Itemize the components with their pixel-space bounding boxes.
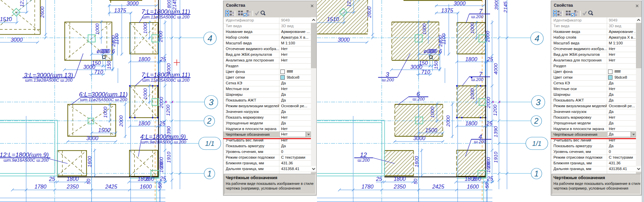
svg-text:3: 3: [386, 71, 389, 78]
svg-text:710: 710: [421, 69, 430, 75]
svg-text:1500: 1500: [425, 127, 437, 133]
svg-text:2000: 2000: [485, 97, 491, 109]
svg-text:1500: 1500: [98, 127, 110, 133]
svg-text:25: 25: [487, 56, 493, 62]
svg-text:200: 200: [145, 176, 154, 182]
svg-text:1: 1: [207, 169, 212, 178]
svg-text:2000: 2000: [445, 115, 451, 127]
svg-text:шт.9ø16А500С ш.200: шт.9ø16А500С ш.200: [3, 158, 49, 163]
svg-text:1000: 1000: [429, 107, 435, 118]
svg-text:ш.200: ш.200: [471, 14, 484, 19]
svg-text:300: 300: [428, 48, 437, 54]
svg-text:200: 200: [472, 176, 481, 182]
svg-text:1000: 1000: [469, 22, 475, 34]
svg-text:ш.200: ш.200: [413, 96, 425, 102]
svg-text:1390: 1390: [493, 126, 498, 137]
svg-text:150: 150: [433, 60, 439, 69]
svg-text:1000: 1000: [102, 107, 108, 118]
svg-text:1375: 1375: [441, 8, 453, 13]
svg-text:50: 50: [484, 183, 490, 188]
svg-text:1000: 1000: [142, 88, 148, 99]
svg-text:ш.200: ш.200: [474, 139, 486, 144]
svg-text:3000: 3000: [453, 1, 466, 6]
svg-text:1: 1: [534, 169, 539, 178]
svg-text:3000: 3000: [413, 135, 425, 141]
svg-text:25: 25: [49, 176, 55, 182]
svg-text:25: 25: [487, 176, 493, 181]
svg-text:шт.9ø28А500С ш.200: шт.9ø28А500С ш.200: [141, 139, 186, 145]
svg-text:1000: 1000: [469, 88, 475, 99]
svg-text:ш.200: ш.200: [382, 77, 394, 82]
svg-text:шт.13ø28А500С ш.200: шт.13ø28А500С ш.200: [25, 78, 73, 83]
svg-text:1510: 1510: [0, 16, 12, 22]
svg-text:4: 4: [208, 33, 212, 43]
svg-text:1600: 1600: [485, 161, 491, 173]
svg-text:2000: 2000: [485, 31, 490, 42]
svg-text:2600: 2600: [39, 6, 45, 18]
svg-text:25: 25: [160, 176, 166, 181]
svg-text:3000: 3000: [83, 64, 95, 70]
svg-text:2145: 2145: [502, 1, 508, 13]
svg-text:25: 25: [486, 121, 492, 126]
svg-text:2600: 2600: [366, 6, 372, 18]
svg-text:1200: 1200: [165, 105, 171, 116]
svg-text:2350: 2350: [393, 184, 406, 190]
svg-text:1000: 1000: [421, 23, 427, 35]
svg-text:1800: 1800: [138, 56, 150, 62]
svg-text:1780: 1780: [362, 184, 374, 190]
svg-text:1600: 1600: [140, 184, 152, 190]
svg-text:2000: 2000: [158, 31, 163, 42]
svg-text:3000: 3000: [11, 37, 23, 43]
svg-text:шт.11ø25А500С ш.200: шт.11ø25А500С ш.200: [80, 97, 127, 102]
svg-text:шт.11ø25А500С ш.200: шт.11ø25А500С ш.200: [142, 78, 190, 83]
svg-text:3000: 3000: [410, 64, 422, 70]
svg-text:1910: 1910: [493, 152, 498, 163]
svg-text:1375: 1375: [114, 8, 126, 13]
svg-text:1600: 1600: [87, 156, 92, 167]
svg-text:6:L=3000(шт.11): 6:L=3000(шт.11): [79, 91, 128, 98]
svg-text:1510: 1510: [327, 16, 339, 22]
svg-text:7:L=1800(шт.11): 7:L=1800(шт.11): [142, 8, 190, 15]
svg-text:50: 50: [157, 183, 163, 188]
svg-text:ш.200: ш.200: [471, 77, 484, 82]
svg-text:2425: 2425: [432, 184, 444, 190]
svg-text:7: 7: [479, 8, 483, 15]
svg-text:710: 710: [94, 69, 103, 75]
svg-text:2000: 2000: [158, 97, 164, 109]
svg-text:1/1: 1/1: [205, 140, 215, 147]
svg-text:50: 50: [413, 178, 418, 184]
svg-text:800: 800: [166, 0, 172, 8]
svg-text:3000: 3000: [338, 37, 350, 43]
svg-text:шт.11ø25А500С ш.200: шт.11ø25А500С ш.200: [142, 14, 190, 19]
svg-text:2000: 2000: [118, 115, 124, 127]
svg-text:3000: 3000: [86, 135, 98, 141]
svg-text:3900: 3900: [493, 0, 499, 10]
svg-text:300: 300: [101, 48, 110, 54]
svg-text:2425: 2425: [105, 184, 117, 190]
svg-text:3: 3: [209, 97, 214, 107]
svg-text:1/1: 1/1: [532, 140, 542, 147]
svg-text:121: 121: [19, 0, 24, 7]
svg-text:1800: 1800: [67, 176, 79, 182]
svg-text:2350: 2350: [66, 184, 79, 190]
svg-text:3000: 3000: [126, 1, 139, 6]
svg-text:4000: 4000: [493, 63, 498, 75]
svg-text:25: 25: [159, 121, 165, 126]
svg-text:1780: 1780: [35, 184, 47, 190]
svg-text:25: 25: [160, 56, 166, 62]
svg-text:1910: 1910: [166, 152, 171, 163]
svg-text:121: 121: [346, 0, 352, 7]
svg-text:1000: 1000: [142, 22, 148, 34]
svg-text:2: 2: [207, 117, 212, 125]
svg-text:1800: 1800: [138, 121, 150, 126]
svg-text:25: 25: [376, 176, 382, 182]
svg-text:1600: 1600: [158, 161, 164, 173]
svg-text:1200: 1200: [492, 105, 498, 116]
svg-text:1800: 1800: [465, 121, 477, 126]
svg-text:1600: 1600: [467, 184, 479, 190]
svg-text:6: 6: [439, 48, 442, 54]
svg-text:7:L=1800(шт.11): 7:L=1800(шт.11): [142, 71, 190, 78]
svg-text:1000: 1000: [94, 23, 100, 35]
svg-text:4: 4: [535, 33, 539, 43]
svg-text:1800: 1800: [465, 56, 477, 62]
